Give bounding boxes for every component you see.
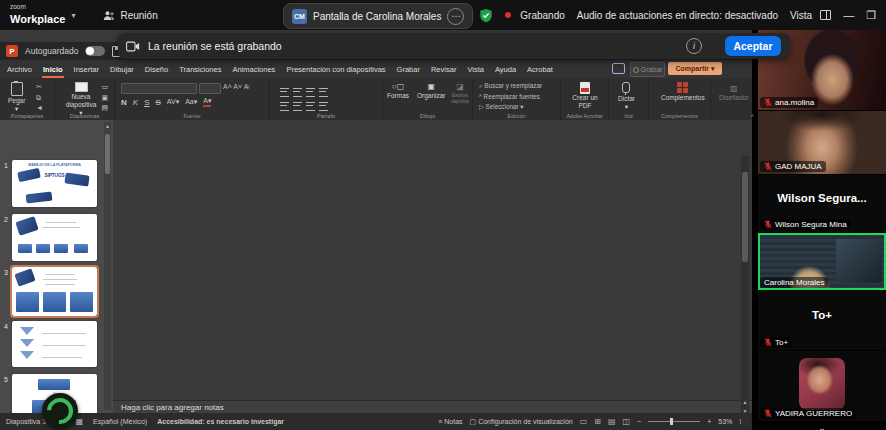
reading-view-icon[interactable]: ▤ <box>608 417 616 426</box>
tab-grabar[interactable]: Grabar <box>396 62 421 78</box>
muted-mic-icon <box>764 162 772 171</box>
paragraph-group: Párrafo <box>270 78 383 120</box>
tab-diseno[interactable]: Diseño <box>144 62 169 78</box>
thumbnail-number: 5 <box>4 376 8 383</box>
new-slide-icon <box>75 82 88 92</box>
font-size-combobox[interactable] <box>199 83 221 94</box>
normal-view-icon[interactable]: ▭ <box>580 417 588 426</box>
addins-button[interactable]: Complementos <box>661 82 705 102</box>
participant-video[interactable]: GAD MAJUA <box>758 111 886 174</box>
ppt-share-button[interactable]: Compartir▾ <box>668 62 722 75</box>
participant-name-label: GAD MAJUA <box>760 161 826 172</box>
tab-insertar[interactable]: Insertar <box>73 62 100 78</box>
tab-transiciones[interactable]: Transiciones <box>178 62 222 78</box>
participant-video[interactable]: Wilson Segura... Wilson Segura Mina <box>758 175 886 232</box>
zoom-in-button[interactable]: + <box>707 418 711 425</box>
ppt-record-button[interactable]: Grabar <box>630 62 665 77</box>
tab-acrobat[interactable]: Acrobat <box>526 62 554 78</box>
zoom-annotation-bubble[interactable] <box>42 393 78 429</box>
more-participants-chevron[interactable]: ⌄ <box>758 422 886 430</box>
minimize-button[interactable]: — <box>843 9 854 21</box>
tab-shared-screen[interactable]: CM Pantalla de Carolina Morales ⋯ <box>283 3 473 29</box>
participant-video-active-speaker[interactable]: Carolina Morales <box>758 233 886 290</box>
slide-thumbnail-panel: 1 MANEJO DE LA PLATAFORMA SIPTUGS 2 3 <box>0 120 113 413</box>
slide-thumbnail-2[interactable] <box>12 214 97 261</box>
notes-pane[interactable]: Haga clic para agregar notas <box>113 400 752 413</box>
find-replace-item[interactable]: ⌕ Buscar y reemplazar <box>479 81 542 92</box>
participant-video[interactable]: To+ To+ <box>758 291 886 350</box>
slide-thumbnail-4[interactable] <box>12 321 97 367</box>
tab-animaciones[interactable]: Animaciones <box>231 62 276 78</box>
display-settings[interactable]: ▢ Configuración de visualización <box>470 418 573 426</box>
thumbnail-number: 2 <box>4 216 8 223</box>
change-case-button[interactable]: Aa▾ <box>185 98 197 106</box>
create-pdf-button[interactable]: Crear un PDF <box>571 82 599 110</box>
thumbnail-title-text: MANEJO DE LA PLATAFORMA <box>12 163 97 167</box>
tab-vista[interactable]: Vista <box>466 62 485 78</box>
paste-button[interactable]: Pegar▾ <box>8 82 25 113</box>
language-status[interactable]: Español (México) <box>93 418 147 425</box>
shapes-button[interactable]: ○▢ Formas <box>387 82 409 99</box>
accessibility-status[interactable]: Accesibilidad: es necesario investigar <box>157 418 284 425</box>
slide-thumbnail-3-selected[interactable] <box>12 267 97 316</box>
arrange-button[interactable]: ▣ Organizar <box>417 82 446 99</box>
thumbnail-number: 3 <box>4 269 8 276</box>
tab-revisar[interactable]: Revisar <box>430 62 457 78</box>
participant-video[interactable]: YADIRA GUERRERO <box>758 351 886 421</box>
scroll-up-arrow-icon[interactable]: ▲ <box>104 123 111 129</box>
autosave-toggle[interactable] <box>85 46 105 56</box>
dictate-button[interactable]: Dictar▾ <box>618 82 635 111</box>
comments-icon[interactable] <box>612 63 625 74</box>
tab-ayuda[interactable]: Ayuda <box>494 62 517 78</box>
font-color-button[interactable]: A▾ <box>203 97 211 107</box>
slideshow-icon[interactable]: ◫ <box>623 417 631 426</box>
quick-styles-button[interactable]: ◪ Estilos rápidos <box>449 82 471 105</box>
replace-fonts-item[interactable]: ᴬ Reemplazar fuentes <box>479 92 542 103</box>
layout-icons[interactable]: ▭▣▤ <box>101 82 108 114</box>
char-spacing-button[interactable]: AV▾ <box>167 98 179 106</box>
view-grid-icon <box>820 10 831 20</box>
tab-meeting[interactable]: Reunión <box>103 10 157 21</box>
slide-thumbnail-1[interactable]: MANEJO DE LA PLATAFORMA SIPTUGS <box>12 160 97 207</box>
view-menu[interactable]: Vista <box>790 10 831 21</box>
arrange-icon: ▣ <box>427 82 435 92</box>
security-shield-icon[interactable] <box>479 8 493 23</box>
font-grow-shrink-icons[interactable]: A˄ A˅ A̷ <box>223 82 248 93</box>
shared-screen-title: Pantalla de Carolina Morales <box>313 11 441 22</box>
zoom-out-button[interactable]: − <box>637 418 641 425</box>
slide-scrollbar[interactable] <box>741 156 749 427</box>
collapse-ribbon-icon[interactable]: ˄ <box>750 113 754 119</box>
muted-mic-icon <box>764 338 772 347</box>
notes-toggle[interactable]: ≡ Notas <box>438 418 462 425</box>
accept-button[interactable]: Aceptar <box>725 36 781 56</box>
font-name-combobox[interactable] <box>121 83 197 94</box>
underline-button[interactable]: S <box>144 98 149 107</box>
strikethrough-button[interactable]: S <box>155 98 160 107</box>
clipboard-icon <box>11 82 23 96</box>
new-slide-button[interactable]: Nueva diapositiva▾ <box>61 82 101 116</box>
restore-window-button[interactable]: ❐ <box>866 9 876 22</box>
zoom-workplace-logo[interactable]: zoom Workplace <box>10 4 65 27</box>
tab-archivo[interactable]: Archivo <box>6 62 33 78</box>
font-toggle-buttons[interactable]: N K S S AV▾ Aa▾ A▾ <box>121 97 211 107</box>
slide-sorter-icon[interactable]: ⊞ <box>594 417 601 426</box>
italic-button[interactable]: K <box>133 98 138 107</box>
tab-inicio[interactable]: Inicio <box>42 62 64 78</box>
chevron-down-icon[interactable]: ▾ <box>71 11 75 20</box>
tab-dibujar[interactable]: Dibujar <box>109 62 135 78</box>
notes-placeholder: Haga clic para agregar notas <box>121 403 224 412</box>
zoom-level[interactable]: 53% <box>718 418 732 425</box>
quick-styles-icon: ◪ <box>456 82 464 92</box>
info-icon[interactable]: i <box>686 38 702 54</box>
zoom-slider[interactable] <box>648 421 700 422</box>
prev-next-slide-buttons[interactable]: ▲▼ <box>740 398 750 416</box>
thumbnail-scrollbar[interactable]: ▲ <box>104 122 111 410</box>
cut-copy-format-icons[interactable]: ✂⧉◄ <box>36 82 43 114</box>
select-item[interactable]: ▷ Seleccionar ▾ <box>479 102 542 113</box>
slides-group: Nueva diapositiva▾ ▭▣▤ Diapositivas <box>55 78 115 120</box>
muted-mic-icon <box>764 409 772 418</box>
designer-button[interactable]: ▨ Diseñador <box>719 84 749 101</box>
more-options-icon[interactable]: ⋯ <box>447 8 464 25</box>
tab-presentacion[interactable]: Presentación con diapositivas <box>285 62 386 78</box>
bold-button[interactable]: N <box>121 98 127 107</box>
